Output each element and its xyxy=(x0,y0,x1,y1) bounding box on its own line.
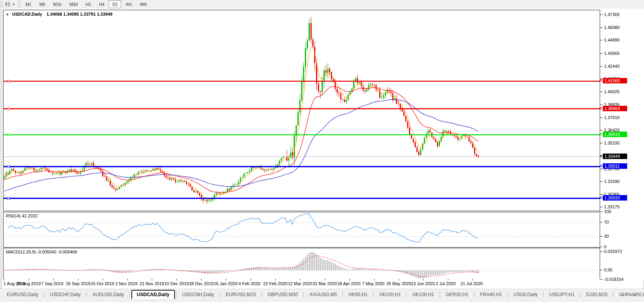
axis-tick-mark xyxy=(600,236,602,237)
date-tick-label: 18 Apr 2020 xyxy=(337,281,360,286)
price-tick-label: 1.46080 xyxy=(604,25,620,30)
chart-symbol-label: USDCAD,Daily xyxy=(12,12,42,16)
strip-separator xyxy=(577,299,577,302)
date-axis[interactable]: 1 Aug 201920 Aug 20197 Sep 201926 Sep 20… xyxy=(3,279,600,289)
date-tick-label: 7 May 2020 xyxy=(362,281,384,286)
chart-tab-UK100-H1[interactable]: UK100,H1 xyxy=(375,290,405,299)
tab-separator: │ xyxy=(128,292,131,299)
line-anchor-marker xyxy=(600,107,602,109)
date-tick-mark xyxy=(448,279,448,280)
date-tick-label: 4 Feb 2020 xyxy=(238,281,260,286)
chart-tab-UK100-H1[interactable]: UK100,H1 xyxy=(408,290,438,299)
chart-tab-USDCAD-Daily[interactable]: USDCAD,Daily xyxy=(131,290,175,299)
mt4-terminal-window: ▼ M1M5M15M30H1H4D1W1MN ▼ USDCAD,Daily 1.… xyxy=(0,0,644,302)
current-price-label: 1.33949 xyxy=(603,154,627,159)
tab-separator: │ xyxy=(341,292,344,299)
window-left-edge-2 xyxy=(2,9,2,289)
date-tick-mark xyxy=(152,279,152,280)
chevron-down-icon[interactable]: ▼ xyxy=(12,3,15,6)
strip-separator xyxy=(100,299,100,302)
price-tick-label: 1.44890 xyxy=(604,38,620,42)
price-tick-label: 1.40025 xyxy=(604,89,620,94)
chart-tab-AUDUSD-Daily[interactable]: AUDUSD,Daily xyxy=(88,290,128,299)
timeframe-button-M5[interactable]: M5 xyxy=(36,0,49,8)
tab-separator: │ xyxy=(372,292,375,299)
main-price-pane[interactable]: ▼ USDCAD,Daily 1.34068 1.34095 1.33791 1… xyxy=(3,10,600,211)
timeframe-button-M15[interactable]: M15 xyxy=(49,0,65,8)
chart-tab-XAUUSD-M5[interactable]: XAUUSD,M5 xyxy=(305,290,341,299)
chart-tab-GER30-H1[interactable]: GER30,H1 xyxy=(441,290,473,299)
line-anchor-marker xyxy=(600,80,602,81)
tab-separator: │ xyxy=(85,292,88,299)
price-tick-label: 1.42440 xyxy=(604,64,620,69)
date-tick-label: 2 Jul 2020 xyxy=(436,281,456,286)
chart-tab-GBPUSD-M30[interactable]: GBPUSD,M30 xyxy=(263,290,302,299)
strip-separator xyxy=(524,299,524,302)
date-tick-label: 2 Nov 2019 xyxy=(115,281,137,286)
axis-tick-mark xyxy=(600,92,602,92)
line-anchor-marker xyxy=(600,133,602,135)
chart-tab-FRA40-H1[interactable]: FRA40,H1 xyxy=(476,290,506,299)
tab-separator: │ xyxy=(260,292,264,299)
tab-separator: │ xyxy=(438,292,442,299)
strip-separator xyxy=(471,299,471,302)
axis-tick-mark xyxy=(600,40,602,40)
macd-indicator-pane[interactable]: MACD(12,26,9) -0.005042 -0.005469 xyxy=(3,248,600,281)
timeframe-button-H1[interactable]: H1 xyxy=(82,0,95,8)
chart-tab-USDCHF-Daily[interactable]: USDCHF,Daily xyxy=(45,290,85,299)
date-tick-label: 21 Jul 2020 xyxy=(460,281,483,286)
rsi-label: RSI(14) 41.2022 xyxy=(6,213,38,218)
axis-tick-mark xyxy=(600,207,602,207)
chart-tab-bar: EURUSD,Daily│USDCHF,Daily│AUDUSD,Daily│U… xyxy=(0,289,644,299)
toolbar-grip[interactable] xyxy=(0,1,3,7)
axis-tick-mark xyxy=(600,194,602,195)
chart-tabs: EURUSD,Daily│USDCHF,Daily│AUDUSD,Daily│U… xyxy=(2,290,644,299)
line-anchor-marker xyxy=(600,165,602,167)
tab-separator: │ xyxy=(506,292,509,299)
macd-tick-label: -0.018154 xyxy=(604,277,624,282)
axis-tick-mark xyxy=(600,14,602,15)
rsi-tick-label: 30 xyxy=(604,234,609,239)
strip-separator xyxy=(312,299,312,302)
strip-separator xyxy=(206,299,206,302)
price-tick-label: 1.29175 xyxy=(604,204,620,209)
rsi-indicator-pane[interactable]: RSI(14) 41.2022 xyxy=(3,212,600,248)
timeframe-button-M30[interactable]: M30 xyxy=(66,0,81,8)
candlestick-chart-icon[interactable] xyxy=(4,1,11,7)
date-tick-mark xyxy=(349,279,350,280)
date-tick-mark xyxy=(398,279,399,280)
timeframe-button-D1[interactable]: D1 xyxy=(109,0,121,8)
chart-tab-USDJPY-H1[interactable]: USDJPY,H1 xyxy=(545,290,579,299)
timeframe-toolbar: ▼ M1M5M15M30H1H4D1W1MN xyxy=(0,0,644,9)
price-axis[interactable]: 1.473051.460801.448901.436651.424401.412… xyxy=(600,9,644,280)
chart-tab-EURUSD-Daily[interactable]: EURUSD,Daily xyxy=(2,290,43,299)
date-tick-mark xyxy=(201,279,202,280)
rsi-tick-label: 100 xyxy=(604,209,611,214)
toolbar-grip-2[interactable] xyxy=(18,1,20,7)
timeframe-button-W1[interactable]: W1 xyxy=(122,0,136,8)
strip-separator xyxy=(259,299,259,302)
tab-scroll-arrows[interactable]: ◂ ▸ xyxy=(621,293,640,297)
price-tick-label: 1.37610 xyxy=(604,115,620,120)
timeframe-button-MN[interactable]: MN xyxy=(136,0,150,8)
date-tick-label: 26 Sep 2019 xyxy=(66,281,90,286)
timeframe-button-M1[interactable]: M1 xyxy=(22,0,35,8)
chart-tab-EURUSD-M15[interactable]: EURUSD,M15 xyxy=(221,290,260,299)
date-tick-label: 20 Aug 2019 xyxy=(16,281,41,286)
chart-tab-USOil-Daily[interactable]: USOil,Daily xyxy=(509,290,542,299)
date-tick-mark xyxy=(226,279,226,280)
date-tick-label: 7 Sep 2019 xyxy=(41,281,63,286)
date-tick-label: 15 Oct 2019 xyxy=(91,281,114,286)
axis-tick-mark xyxy=(600,66,602,67)
date-tick-mark xyxy=(473,279,473,280)
chart-tab-USDCNH-Daily[interactable]: USDCNH,Daily xyxy=(178,290,218,299)
date-tick-mark xyxy=(78,279,78,280)
axis-tick-mark xyxy=(600,181,602,182)
date-tick-mark xyxy=(103,279,103,280)
timeframe-button-H4[interactable]: H4 xyxy=(95,0,108,8)
chart-tab-DJ30-M15[interactable]: DJ30,M15 xyxy=(582,290,612,299)
price-tick-label: 1.47305 xyxy=(604,12,620,17)
chart-tab-HK50-H1[interactable]: HK50,H1 xyxy=(344,290,372,299)
chart-title-caret-icon[interactable]: ▼ xyxy=(6,13,9,16)
axis-tick-mark xyxy=(600,118,602,118)
